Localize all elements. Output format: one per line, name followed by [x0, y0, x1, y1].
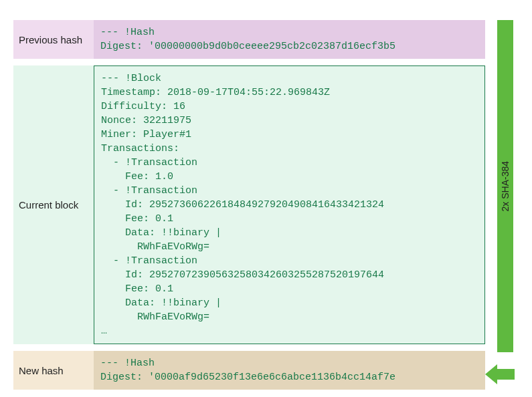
arrow-wrap — [492, 359, 519, 390]
previous-hash-row: Previous hash --- !Hash Digest: '0000000… — [13, 20, 485, 59]
sha-label: 2x SHA-384 — [500, 161, 511, 211]
label-text: Previous hash — [19, 34, 82, 45]
sha-bar: 2x SHA-384 — [497, 20, 513, 352]
prev-digest-label: Digest: — [100, 41, 143, 52]
label-text: New hash — [19, 365, 64, 376]
svg-marker-0 — [485, 364, 515, 384]
new-hash-header: --- !Hash — [100, 358, 155, 369]
current-block-label: Current block — [13, 65, 94, 344]
previous-hash-content: --- !Hash Digest: '00000000b9d0b0ceeee29… — [94, 20, 485, 59]
prev-hash-header: --- !Hash — [100, 27, 155, 38]
new-hash-content: --- !Hash Digest: '0000af9d65230f13e6e6c… — [94, 351, 485, 390]
arrow-left-icon — [485, 363, 515, 386]
current-block-row: Current block --- !Block Timestamp: 2018… — [13, 65, 485, 344]
label-text: Current block — [19, 199, 78, 211]
diagram-container: Previous hash --- !Hash Digest: '0000000… — [13, 20, 519, 390]
new-digest-label: Digest: — [100, 372, 143, 383]
new-hash-row: New hash --- !Hash Digest: '0000af9d6523… — [13, 351, 485, 390]
sha-sidebar: 2x SHA-384 — [492, 20, 519, 390]
prev-digest-value: '00000000b9d0b0ceeee295cb2c02387d16ecf3b… — [149, 41, 395, 52]
current-block-content: --- !Block Timestamp: 2018-09-17T04:55:2… — [94, 65, 485, 344]
new-hash-label: New hash — [13, 351, 94, 390]
previous-hash-label: Previous hash — [13, 20, 94, 59]
blocks-column: Previous hash --- !Hash Digest: '0000000… — [13, 20, 485, 390]
new-digest-value: '0000af9d65230f13e6e6c6abce1136b4cc14af7… — [149, 372, 395, 383]
